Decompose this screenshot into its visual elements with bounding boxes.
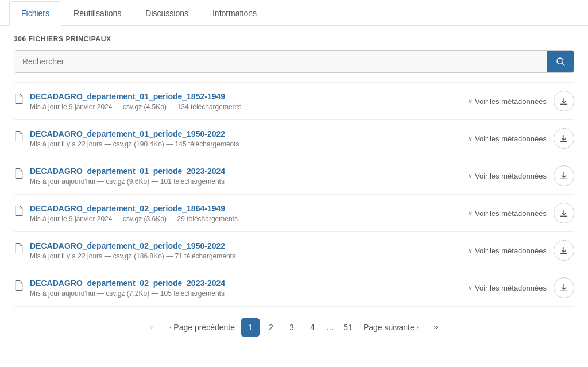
metadata-label: Voir les métadonnées — [475, 97, 547, 106]
pagination: Page précédente 1 2 3 4 … 51 Page suivan… — [14, 307, 574, 348]
download-button[interactable] — [554, 128, 574, 149]
download-icon — [559, 134, 568, 143]
file-name[interactable]: DECADAGRO_departement_02_periode_2023-20… — [30, 279, 225, 288]
file-meta: Mis à jour il y a 22 jours — csv.gz (190… — [30, 140, 239, 148]
file-info: DECADAGRO_departement_02_periode_2023-20… — [30, 279, 225, 298]
search-icon — [555, 56, 566, 67]
file-name[interactable]: DECADAGRO_departement_01_periode_1852-19… — [30, 92, 242, 101]
metadata-link[interactable]: ∨ Voir les métadonnées — [468, 97, 547, 106]
svg-line-1 — [562, 63, 564, 65]
tab-bar: Fichiers Réutilisations Discussions Info… — [0, 0, 588, 26]
prev-page-icon — [168, 324, 173, 330]
file-icon — [14, 205, 24, 218]
chevron-down-icon: ∨ — [468, 98, 473, 105]
chevron-down-icon: ∨ — [468, 284, 473, 292]
file-item: DECADAGRO_departement_01_periode_2023-20… — [14, 157, 574, 195]
document-icon — [14, 168, 24, 179]
tab-informations[interactable]: Informations — [200, 1, 269, 26]
chevron-down-icon: ∨ — [468, 247, 473, 254]
file-meta: Mis à jour le 9 janvier 2024 — csv.gz (3… — [30, 215, 238, 223]
download-icon — [559, 171, 568, 180]
svg-point-0 — [557, 58, 563, 64]
file-item: DECADAGRO_departement_01_periode_1852-19… — [14, 83, 574, 120]
download-button[interactable] — [554, 277, 574, 298]
file-info: DECADAGRO_departement_02_periode_1864-19… — [30, 204, 238, 223]
first-page-icon — [149, 324, 156, 331]
metadata-label: Voir les métadonnées — [475, 209, 547, 218]
metadata-link[interactable]: ∨ Voir les métadonnées — [468, 284, 547, 292]
pagination-page-51[interactable]: 51 — [339, 318, 357, 337]
document-icon — [14, 130, 24, 142]
file-left-3: DECADAGRO_departement_02_periode_1864-19… — [14, 204, 238, 223]
file-right-1: ∨ Voir les métadonnées — [468, 128, 574, 149]
file-name[interactable]: DECADAGRO_departement_02_periode_1950-20… — [30, 241, 235, 250]
metadata-label: Voir les métadonnées — [475, 134, 547, 143]
next-label: Page suivante — [363, 323, 415, 332]
file-name[interactable]: DECADAGRO_departement_02_periode_1864-19… — [30, 204, 238, 213]
download-icon — [559, 96, 568, 106]
file-item: DECADAGRO_departement_01_periode_1950-20… — [14, 120, 574, 157]
download-button[interactable] — [554, 240, 574, 261]
file-left-2: DECADAGRO_departement_01_periode_2023-20… — [14, 167, 225, 186]
file-meta: Mis à jour il y a 22 jours — csv.gz (186… — [30, 252, 235, 260]
pagination-page-3[interactable]: 3 — [283, 318, 301, 337]
tab-reutilisations[interactable]: Réutilisations — [61, 1, 133, 26]
main-container: Fichiers Réutilisations Discussions Info… — [0, 0, 588, 357]
pagination-ellipsis: … — [324, 323, 336, 332]
chevron-down-icon: ∨ — [468, 172, 473, 180]
search-button[interactable] — [547, 51, 574, 72]
file-meta: Mis à jour aujourd'hui — csv.gz (9.6Ko) … — [30, 177, 225, 186]
metadata-link[interactable]: ∨ Voir les métadonnées — [468, 246, 547, 255]
metadata-link[interactable]: ∨ Voir les métadonnées — [468, 209, 547, 218]
file-icon — [14, 130, 24, 144]
download-button[interactable] — [554, 165, 574, 186]
file-item: DECADAGRO_departement_02_periode_2023-20… — [14, 269, 574, 307]
download-button[interactable] — [554, 203, 574, 223]
file-left-4: DECADAGRO_departement_02_periode_1950-20… — [14, 241, 235, 260]
metadata-label: Voir les métadonnées — [475, 284, 547, 292]
file-right-4: ∨ Voir les métadonnées — [468, 240, 574, 261]
file-right-2: ∨ Voir les métadonnées — [468, 165, 574, 186]
file-left-0: DECADAGRO_departement_01_periode_1852-19… — [14, 92, 242, 111]
chevron-down-icon: ∨ — [468, 210, 473, 217]
pagination-page-1[interactable]: 1 — [241, 318, 260, 337]
file-right-3: ∨ Voir les métadonnées — [468, 203, 574, 223]
document-icon — [14, 280, 24, 291]
file-left-5: DECADAGRO_departement_02_periode_2023-20… — [14, 279, 225, 298]
tab-discussions[interactable]: Discussions — [133, 1, 200, 26]
download-button[interactable] — [554, 91, 574, 111]
file-icon — [14, 242, 24, 256]
download-icon — [559, 246, 568, 255]
main-content: 306 FICHIERS PRINCIPAUX — [0, 26, 588, 357]
file-meta: Mis à jour aujourd'hui — csv.gz (7.2Ko) … — [30, 289, 225, 298]
document-icon — [14, 93, 24, 105]
chevron-down-icon: ∨ — [468, 135, 473, 142]
last-page-icon — [432, 324, 439, 331]
pagination-first[interactable] — [143, 318, 161, 337]
search-input[interactable] — [14, 51, 547, 72]
metadata-link[interactable]: ∨ Voir les métadonnées — [468, 134, 547, 143]
download-icon — [559, 283, 568, 292]
next-page-icon — [415, 324, 420, 330]
metadata-link[interactable]: ∨ Voir les métadonnées — [468, 172, 547, 180]
file-name[interactable]: DECADAGRO_departement_01_periode_1950-20… — [30, 129, 239, 138]
pagination-last[interactable] — [427, 318, 445, 337]
section-title: 306 FICHIERS PRINCIPAUX — [14, 35, 574, 43]
document-icon — [14, 242, 24, 254]
file-icon — [14, 168, 24, 181]
pagination-next[interactable]: Page suivante — [359, 318, 424, 337]
pagination-page-2[interactable]: 2 — [262, 318, 280, 337]
pagination-prev[interactable]: Page précédente — [164, 318, 239, 337]
file-info: DECADAGRO_departement_01_periode_1852-19… — [30, 92, 242, 111]
file-left-1: DECADAGRO_departement_01_periode_1950-20… — [14, 129, 239, 148]
metadata-label: Voir les métadonnées — [475, 246, 547, 255]
pagination-page-4[interactable]: 4 — [303, 318, 322, 337]
file-info: DECADAGRO_departement_02_periode_1950-20… — [30, 241, 235, 260]
file-info: DECADAGRO_departement_01_periode_1950-20… — [30, 129, 239, 148]
file-name[interactable]: DECADAGRO_departement_01_periode_2023-20… — [30, 167, 225, 176]
file-right-5: ∨ Voir les métadonnées — [468, 277, 574, 298]
tab-fichiers[interactable]: Fichiers — [9, 1, 61, 26]
file-icon — [14, 93, 24, 106]
file-item: DECADAGRO_departement_02_periode_1950-20… — [14, 232, 574, 269]
metadata-label: Voir les métadonnées — [475, 172, 547, 180]
